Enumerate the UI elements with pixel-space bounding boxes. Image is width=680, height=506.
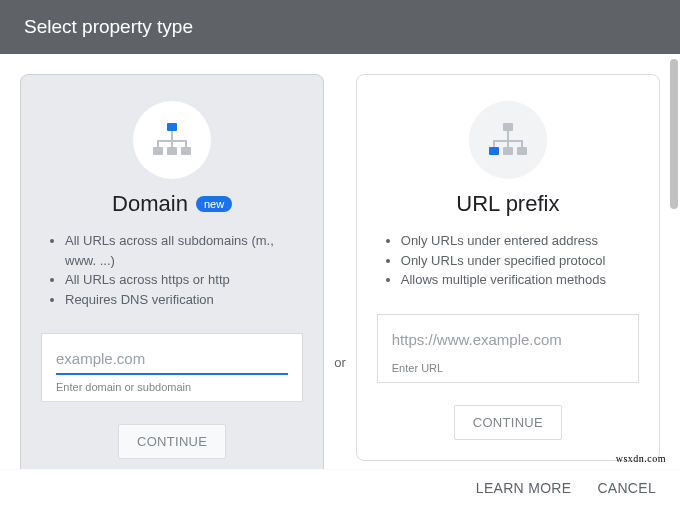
svg-rect-0	[167, 123, 177, 131]
svg-rect-7	[517, 147, 527, 155]
domain-input-hint: Enter domain or subdomain	[56, 381, 288, 393]
dialog-footer: LEARN MORE CANCEL	[0, 469, 680, 506]
url-prefix-card[interactable]: URL prefix Only URLs under entered addre…	[356, 74, 660, 461]
url-title: URL prefix	[456, 191, 559, 217]
url-features: Only URLs under entered address Only URL…	[377, 231, 639, 290]
list-item: Requires DNS verification	[65, 290, 303, 310]
url-input-hint: Enter URL	[392, 362, 624, 374]
domain-title: Domain	[112, 191, 188, 217]
url-title-row: URL prefix	[377, 191, 639, 217]
watermark: wsxdn.com	[616, 453, 666, 464]
cancel-button[interactable]: CANCEL	[597, 480, 656, 496]
svg-rect-5	[489, 147, 499, 155]
domain-input[interactable]	[56, 346, 288, 375]
url-continue-button[interactable]: CONTINUE	[454, 405, 562, 440]
list-item: Allows multiple verification methods	[401, 270, 639, 290]
domain-features: All URLs across all subdomains (m., www.…	[41, 231, 303, 309]
domain-title-row: Domain new	[41, 191, 303, 217]
list-item: All URLs across all subdomains (m., www.…	[65, 231, 303, 270]
new-badge: new	[196, 196, 232, 212]
svg-rect-1	[153, 147, 163, 155]
learn-more-button[interactable]: LEARN MORE	[476, 480, 572, 496]
sitemap-icon	[133, 101, 211, 179]
svg-rect-2	[167, 147, 177, 155]
domain-card[interactable]: Domain new All URLs across all subdomain…	[20, 74, 324, 480]
scrollbar-thumb[interactable]	[670, 59, 678, 209]
url-input[interactable]	[392, 327, 624, 356]
separator-or: or	[332, 355, 348, 370]
dialog-title: Select property type	[24, 16, 193, 37]
svg-rect-4	[503, 123, 513, 131]
svg-rect-6	[503, 147, 513, 155]
dialog-content: Domain new All URLs across all subdomain…	[0, 54, 680, 480]
dialog-header: Select property type	[0, 0, 680, 54]
url-input-box: Enter URL	[377, 314, 639, 383]
list-item: All URLs across https or http	[65, 270, 303, 290]
list-item: Only URLs under entered address	[401, 231, 639, 251]
domain-continue-button[interactable]: CONTINUE	[118, 424, 226, 459]
list-item: Only URLs under specified protocol	[401, 251, 639, 271]
svg-rect-3	[181, 147, 191, 155]
domain-input-box: Enter domain or subdomain	[41, 333, 303, 402]
sitemap-icon	[469, 101, 547, 179]
